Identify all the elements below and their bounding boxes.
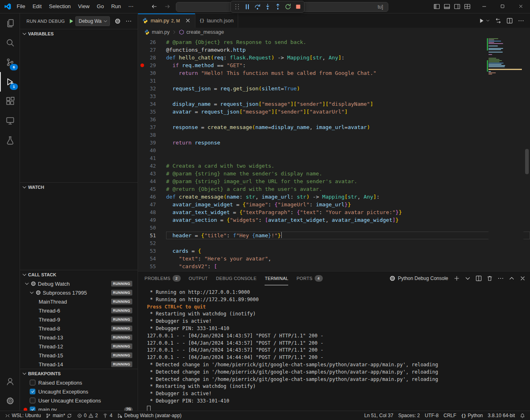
kill-terminal-button[interactable] <box>486 275 493 282</box>
variables-section-header[interactable]: VARIABLES <box>20 29 138 38</box>
breakpoint-slot[interactable] <box>138 154 147 162</box>
callstack-item[interactable]: Debug WatchRUNNING <box>20 279 138 288</box>
eol-sequence[interactable]: CRLF <box>441 411 459 420</box>
step-out-button[interactable] <box>273 2 282 11</box>
debug-status[interactable]: Debug Watch (avatar-app) <box>115 411 184 420</box>
breakpoint-slot[interactable] <box>138 100 147 108</box>
open-launch-json-button[interactable] <box>114 18 121 24</box>
breakpoint-slot[interactable] <box>138 46 147 54</box>
breakpoint-checkbox[interactable] <box>30 389 35 394</box>
tab-launch-json[interactable]: {}launch.json <box>195 13 238 28</box>
pause-button[interactable] <box>243 2 252 11</box>
activity-extensions[interactable] <box>0 92 20 111</box>
breakpoint-item[interactable]: main.py29 <box>20 405 138 411</box>
stop-button[interactable] <box>293 2 302 11</box>
minimize-button[interactable] <box>475 0 493 13</box>
encoding[interactable]: UTF-8 <box>423 411 441 420</box>
breakpoint-slot[interactable] <box>138 108 147 116</box>
panel-tab-terminal[interactable]: TERMINAL <box>265 271 288 285</box>
breakpoint-slot[interactable] <box>138 69 147 77</box>
breakpoint-glyph[interactable] <box>138 61 147 69</box>
problems-status[interactable]: 02 <box>74 411 100 420</box>
breakpoint-slot[interactable] <box>138 232 147 239</box>
maximize-button[interactable] <box>493 0 512 13</box>
breakpoint-slot[interactable] <box>138 201 147 208</box>
callstack-item[interactable]: Subprocess 17995RUNNING <box>20 288 138 297</box>
editor-more-actions-button[interactable] <box>518 18 524 24</box>
breakpoint-slot[interactable] <box>138 239 147 247</box>
callstack-item[interactable]: Thread-14RUNNING <box>20 360 138 369</box>
breakpoint-slot[interactable] <box>138 170 147 177</box>
menu-go[interactable]: Go <box>93 2 107 11</box>
customize-layout-button[interactable] <box>464 3 471 10</box>
scrollbar-thumb[interactable] <box>525 149 529 174</box>
maximize-panel-button[interactable] <box>508 275 515 282</box>
go-back-button-icon[interactable] <box>151 3 158 10</box>
breakpoint-slot[interactable] <box>138 92 147 100</box>
activity-settings[interactable] <box>0 391 20 411</box>
breakpoint-slot[interactable] <box>138 77 147 85</box>
terminal-output[interactable]: * Running on http://127.0.0.1:9000 * Run… <box>138 285 530 411</box>
callstack-item[interactable]: MainThreadRUNNING <box>20 297 138 306</box>
breakpoints-section-header[interactable]: BREAKPOINTS <box>20 369 138 378</box>
cursor-position[interactable]: Ln 51, Col 37 <box>362 411 396 420</box>
breakpoint-slot[interactable] <box>138 85 147 92</box>
panel-tab-problems[interactable]: PROBLEMS2 <box>145 271 181 285</box>
breakpoint-slot[interactable] <box>138 162 147 170</box>
breakpoint-item[interactable]: Raised Exceptions <box>20 378 138 387</box>
close-tab-button[interactable] <box>185 18 191 24</box>
restart-button[interactable] <box>283 2 292 11</box>
breakpoint-slot[interactable] <box>138 54 147 61</box>
breakpoint-slot[interactable] <box>138 247 147 255</box>
remote-indicator[interactable]: WSL: Ubuntu <box>2 411 43 420</box>
breakpoint-slot[interactable] <box>138 177 147 185</box>
menu-run[interactable]: Run <box>107 2 125 11</box>
breakpoint-checkbox[interactable] <box>30 407 35 411</box>
breakpoint-slot[interactable] <box>138 185 147 193</box>
call-stack-section-header[interactable]: CALL STACK <box>20 270 138 279</box>
breakpoint-slot[interactable] <box>138 131 147 139</box>
activity-testing[interactable] <box>0 131 20 150</box>
breakpoint-slot[interactable] <box>138 216 147 224</box>
activity-remote-explorer[interactable] <box>0 111 20 131</box>
breakpoint-slot[interactable] <box>138 139 147 147</box>
menu-overflow[interactable]: ⋯ <box>125 2 137 11</box>
toggle-panel-button[interactable] <box>444 3 450 10</box>
breakpoint-slot[interactable] <box>138 208 147 216</box>
breakpoint-item[interactable]: User Uncaught Exceptions <box>20 396 138 405</box>
run-options-dropdown[interactable] <box>486 18 490 23</box>
breakpoint-slot[interactable] <box>138 38 147 46</box>
menu-edit[interactable]: Edit <box>29 2 45 11</box>
breakpoint-checkbox[interactable] <box>30 380 35 385</box>
debug-toolbar-drag-handle[interactable] <box>232 2 241 11</box>
callstack-item[interactable]: Thread-8RUNNING <box>20 324 138 333</box>
start-debug-button[interactable] <box>68 18 74 24</box>
breakpoint-item[interactable]: Uncaught Exceptions <box>20 387 138 396</box>
breakpoint-slot[interactable] <box>138 255 147 262</box>
git-branch[interactable]: main* <box>43 411 74 420</box>
breakpoint-slot[interactable] <box>138 123 147 131</box>
panel-tab-ports[interactable]: PORTS4 <box>296 271 322 285</box>
toggle-primary-sidebar-button[interactable] <box>434 3 440 10</box>
forwarded-ports[interactable]: 4 <box>100 411 115 420</box>
split-editor-button[interactable] <box>506 18 513 24</box>
menu-view[interactable]: View <box>74 2 93 11</box>
activity-search[interactable] <box>0 33 20 52</box>
run-python-file-button[interactable] <box>478 18 485 24</box>
breakpoint-slot[interactable] <box>138 147 147 154</box>
close-window-button[interactable] <box>512 0 530 13</box>
toggle-secondary-sidebar-button[interactable] <box>454 3 460 10</box>
breakpoint-checkbox[interactable] <box>30 398 35 403</box>
breakpoint-slot[interactable] <box>138 262 147 270</box>
watch-section-header[interactable]: WATCH <box>20 183 138 192</box>
go-forward-button-icon[interactable] <box>164 3 171 10</box>
indentation[interactable]: Spaces: 2 <box>396 411 422 420</box>
breakpoint-slot[interactable] <box>138 193 147 201</box>
callstack-item[interactable]: Thread-6RUNNING <box>20 306 138 315</box>
panel-tab-debug-console[interactable]: DEBUG CONSOLE <box>216 271 257 285</box>
step-over-button[interactable] <box>253 2 262 11</box>
notifications[interactable] <box>517 411 528 420</box>
python-interpreter[interactable]: 3.8.10 64-bit <box>485 411 517 420</box>
activity-run-and-debug[interactable]: 1 <box>0 72 20 92</box>
open-changes-button[interactable] <box>495 18 502 24</box>
